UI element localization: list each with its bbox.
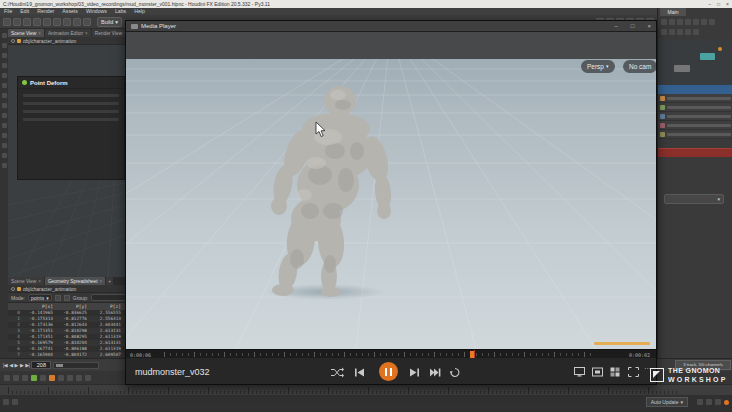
window-titlebar[interactable]: C:/Houdini19_gnomon_workshop/03_video_re…	[0, 0, 732, 8]
viewport-tool-icon[interactable]	[2, 143, 7, 148]
current-frame-field[interactable]: 208	[31, 361, 51, 369]
viewport-tool-icon[interactable]	[2, 73, 7, 78]
aspect-ratio-icon[interactable]	[592, 367, 603, 377]
network-toolbar-icon[interactable]	[677, 19, 683, 25]
viewport-tool-icon[interactable]	[2, 163, 7, 168]
loop-icon[interactable]	[449, 367, 461, 378]
playbar-toggle-icon[interactable]	[22, 375, 28, 381]
node-list-item[interactable]	[658, 103, 732, 112]
network-toolbar-icon[interactable]	[669, 29, 675, 35]
tab-close-icon[interactable]: ×	[38, 279, 41, 284]
media-player-titlebar[interactable]: Media Player – □ ×	[126, 21, 656, 32]
group-input[interactable]	[91, 294, 129, 301]
viewport-tool-icon[interactable]	[2, 133, 7, 138]
persp-view-button[interactable]: Persp ▾	[581, 60, 615, 73]
media-timeline[interactable]: 0:00:06 0:00:02	[126, 349, 656, 358]
tab-scene-view[interactable]: Scene View×	[8, 277, 44, 285]
network-view[interactable]	[658, 39, 732, 85]
playbar-toggle-icon[interactable]	[85, 375, 91, 381]
media-player-window[interactable]: Media Player – □ ×	[125, 20, 657, 385]
network-toolbar-icon[interactable]	[685, 29, 691, 35]
skip-back-icon[interactable]	[354, 367, 365, 378]
menu-item-edit[interactable]: Edit	[16, 8, 33, 15]
menu-item-render[interactable]: Render	[33, 8, 58, 15]
minimize-icon[interactable]: –	[708, 0, 711, 8]
auto-update-selector[interactable]: Auto Update ▾	[646, 397, 688, 407]
network-toolbar-icon[interactable]	[693, 19, 699, 25]
media-viewport[interactable]: Persp ▾ No cam	[126, 32, 656, 349]
viewport-tool-icon[interactable]	[2, 53, 7, 58]
toolbar-icon[interactable]	[13, 18, 21, 26]
desktop-selector[interactable]: Build ▾	[97, 17, 122, 27]
prev-frame-button[interactable]: ◀	[9, 362, 12, 368]
parameter-dropdown[interactable]: ▾	[664, 194, 724, 204]
display-options-icon[interactable]	[574, 367, 585, 377]
network-toolbar-icon[interactable]	[677, 29, 683, 35]
minimize-icon[interactable]: –	[615, 21, 618, 32]
playbar-toggle-icon[interactable]	[31, 375, 37, 381]
viewport-tool-icon[interactable]	[2, 153, 7, 158]
toolbar-icon[interactable]	[63, 18, 71, 26]
toolbar-icon[interactable]	[23, 18, 31, 26]
viewport-tool-icon[interactable]	[2, 33, 7, 38]
pin-icon[interactable]	[11, 39, 15, 43]
playbar-toggle-icon[interactable]	[13, 375, 19, 381]
tab-animation-editor[interactable]: Animation Editor×	[45, 29, 91, 37]
tab-main[interactable]: Main	[660, 8, 686, 16]
viewport-tool-icon[interactable]	[2, 123, 7, 128]
network-toolbar-icon[interactable]	[709, 19, 715, 25]
network-toolbar-icon[interactable]	[661, 29, 667, 35]
status-icon[interactable]	[697, 399, 703, 405]
pin-icon[interactable]	[11, 287, 15, 291]
slider-handle[interactable]	[56, 364, 63, 368]
next-frame-button[interactable]: ▶	[20, 362, 23, 368]
playbar-toggle-icon[interactable]	[67, 375, 73, 381]
play-pause-button[interactable]	[379, 362, 398, 381]
network-toolbar-icon[interactable]	[669, 19, 675, 25]
status-icon[interactable]	[3, 399, 9, 405]
network-toolbar-icon[interactable]	[685, 19, 691, 25]
playbar-toggle-icon[interactable]	[49, 375, 55, 381]
node-list-item[interactable]	[658, 121, 732, 130]
play-button[interactable]: ▶	[15, 362, 18, 368]
tab-close-icon[interactable]: ×	[100, 279, 103, 284]
go-to-start-button[interactable]: |◀	[3, 362, 7, 368]
toolbar-icon[interactable]	[83, 18, 91, 26]
shuffle-icon[interactable]	[330, 367, 344, 378]
spreadsheet-option-icon[interactable]	[64, 295, 70, 301]
node-enabled-indicator[interactable]	[22, 80, 27, 85]
menu-item-windows[interactable]: Windows	[82, 8, 111, 15]
menu-item-labs[interactable]: Labs	[111, 8, 130, 15]
camera-select-button[interactable]: No cam	[623, 60, 656, 73]
status-icon[interactable]	[706, 399, 712, 405]
step-forward-icon[interactable]	[409, 367, 420, 378]
point-deform-panel[interactable]: Point Deform	[17, 76, 125, 180]
menu-item-assets[interactable]: Assets	[58, 8, 82, 15]
tab-geometry-spreadsheet[interactable]: Geometry Spreadsheet×	[45, 277, 105, 285]
menu-item-file[interactable]: File	[0, 8, 16, 15]
update-indicator-icon[interactable]	[724, 400, 729, 405]
close-icon[interactable]: ×	[647, 21, 651, 32]
node-list-item[interactable]	[658, 112, 732, 121]
close-icon[interactable]: ×	[726, 0, 729, 8]
fullscreen-icon[interactable]	[628, 367, 639, 377]
status-icon[interactable]	[715, 399, 721, 405]
spreadsheet-option-icon[interactable]	[55, 295, 61, 301]
node-list-item[interactable]	[658, 94, 732, 103]
skip-forward-icon[interactable]	[429, 367, 441, 378]
mode-select[interactable]: points ▾	[28, 294, 52, 301]
viewport-tool-icon[interactable]	[2, 83, 7, 88]
network-node[interactable]	[700, 53, 715, 60]
toolbar-icon[interactable]	[3, 18, 11, 26]
maximize-icon[interactable]: □	[631, 21, 635, 32]
go-to-end-button[interactable]: ▶|	[25, 362, 29, 368]
channels-icon[interactable]	[610, 367, 620, 377]
viewport-tool-icon[interactable]	[2, 93, 7, 98]
network-toolbar-icon[interactable]	[693, 29, 699, 35]
toolbar-icon[interactable]	[73, 18, 81, 26]
toolbar-icon[interactable]	[33, 18, 41, 26]
playbar-toggle-icon[interactable]	[58, 375, 64, 381]
node-list-item[interactable]	[658, 130, 732, 139]
selected-path-bar[interactable]	[658, 85, 732, 94]
menu-item-help[interactable]: Help	[130, 8, 149, 15]
